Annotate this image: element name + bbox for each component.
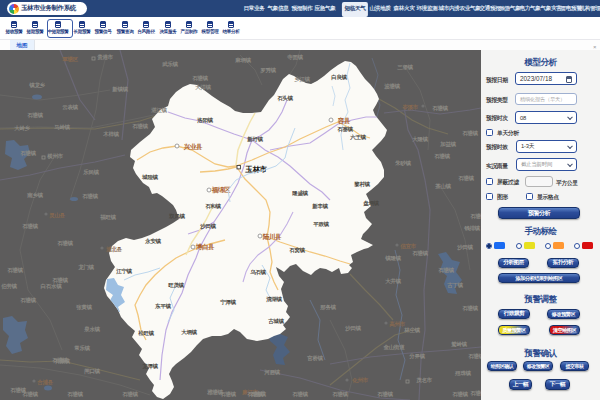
svg-text:石塘镇: 石塘镇 [246,391,263,398]
svg-text:信宜市: 信宜市 [399,243,416,250]
svg-text:东平镇: 东平镇 [154,303,171,310]
svg-text:张黄镇: 张黄镇 [76,304,92,311]
svg-text:石塘镇: 石塘镇 [331,391,348,398]
svg-text:分界镇: 分界镇 [408,353,425,360]
svg-text:新丰镇: 新丰镇 [311,203,328,210]
svg-text:清湖镇: 清湖镇 [265,296,282,303]
svg-text:白石水镇: 白石水镇 [41,283,63,290]
svg-text:乐民镇: 乐民镇 [82,169,99,176]
svg-text:大洋镇: 大洋镇 [195,84,211,91]
svg-text:金山街道: 金山街道 [383,344,406,351]
svg-text:河唇镇: 河唇镇 [263,369,280,376]
svg-text:乌石镇: 乌石镇 [249,269,266,276]
svg-text:盘垌镇: 盘垌镇 [363,200,379,207]
svg-text:石塘镇: 石塘镇 [131,123,148,130]
svg-text:化州市: 化州市 [351,377,368,384]
svg-text:黎村镇: 黎村镇 [353,181,370,188]
svg-text:钱排镇: 钱排镇 [463,225,480,232]
svg-text:罗秀镇: 罗秀镇 [259,67,276,74]
svg-text:石塘镇: 石塘镇 [19,297,36,304]
svg-text:石塘镇: 石塘镇 [51,357,68,364]
svg-text:云表镇: 云表镇 [62,104,78,111]
svg-text:浦北县: 浦北县 [105,246,122,253]
svg-text:那务镇: 那务镇 [319,304,336,311]
svg-text:加益镇: 加益镇 [439,141,456,148]
svg-text:旺茂镇: 旺茂镇 [168,282,184,289]
svg-text:双凤镇: 双凤镇 [168,213,185,220]
svg-text:石塘镇: 石塘镇 [461,305,478,312]
svg-text:寺面镇: 寺面镇 [286,54,303,61]
svg-text:石塘镇: 石塘镇 [19,150,36,157]
svg-text:常乐镇: 常乐镇 [74,345,90,352]
svg-text:石塘镇: 石塘镇 [51,277,68,284]
svg-text:石塘镇: 石塘镇 [461,130,478,137]
svg-text:兴业县: 兴业县 [183,143,203,151]
svg-text:石塘镇: 石塘镇 [6,267,23,274]
svg-text:石塘镇: 石塘镇 [469,390,481,397]
svg-text:合浦县: 合浦县 [36,379,53,386]
svg-text:石塘镇: 石塘镇 [411,250,428,257]
svg-text:石塘镇: 石塘镇 [81,193,98,200]
svg-text:陆川县: 陆川县 [263,233,282,241]
svg-text:湛江镇: 湛江镇 [150,107,167,114]
svg-text:古丁镇: 古丁镇 [446,282,463,289]
svg-text:岑溪市: 岑溪市 [401,104,418,111]
svg-text:石塘镇: 石塘镇 [26,112,43,119]
svg-text:大隆镇: 大隆镇 [412,136,428,143]
svg-text:镇龙乡: 镇龙乡 [28,82,45,89]
svg-text:永安镇: 永安镇 [144,238,161,245]
svg-text:龙门镇: 龙门镇 [77,264,94,271]
svg-text:石塘镇: 石塘镇 [191,75,208,82]
svg-text:石塘镇: 石塘镇 [291,391,308,398]
svg-text:石头镇: 石头镇 [276,95,293,102]
svg-text:石窝镇: 石窝镇 [288,247,305,254]
svg-text:沙田镇: 沙田镇 [456,244,473,251]
svg-text:闸口镇: 闸口镇 [84,368,100,375]
svg-text:三堡镇: 三堡镇 [397,64,413,71]
svg-text:龙潭镇: 龙潭镇 [141,363,158,370]
svg-text:白良镇: 白良镇 [331,74,347,81]
svg-text:古城镇: 古城镇 [267,318,284,325]
svg-text:新镇镇: 新镇镇 [111,86,128,93]
svg-text:石塘镇: 石塘镇 [469,213,481,220]
svg-text:博白县: 博白县 [195,243,215,251]
svg-text:石塘镇: 石塘镇 [121,391,138,398]
svg-text:石塘镇: 石塘镇 [21,391,38,398]
svg-text:沙田镇: 沙田镇 [344,325,361,332]
svg-text:平政镇: 平政镇 [312,221,329,228]
svg-text:容县: 容县 [337,117,351,125]
svg-text:石塘镇: 石塘镇 [431,105,448,112]
svg-text:林尘镇: 林尘镇 [403,327,420,334]
svg-text:石塘镇: 石塘镇 [467,353,481,360]
svg-text:官桥镇: 官桥镇 [307,355,323,362]
svg-text:石塘镇: 石塘镇 [376,391,393,398]
svg-text:殂珠镇: 殂珠镇 [454,370,471,377]
svg-text:乡江镇: 乡江镇 [294,76,310,83]
svg-text:石塘镇: 石塘镇 [437,267,454,274]
svg-text:朱砂镇: 朱砂镇 [394,160,411,167]
svg-text:灵山县: 灵山县 [49,212,65,219]
svg-text:茶山镇: 茶山镇 [434,183,451,190]
svg-text:泉水镇: 泉水镇 [83,326,100,333]
svg-text:伯劳镇: 伯劳镇 [0,283,17,290]
svg-text:石塘镇: 石塘镇 [451,391,468,398]
svg-text:石塘镇: 石塘镇 [433,153,450,160]
svg-text:南乡镇: 南乡镇 [26,192,43,199]
svg-text:石塘镇: 石塘镇 [457,175,474,182]
svg-text:大垌镇: 大垌镇 [181,329,197,336]
svg-text:横州市: 横州市 [46,153,63,159]
svg-text:茂名市: 茂名市 [416,377,432,384]
svg-text:沙田镇: 沙田镇 [199,223,216,230]
svg-text:石塘镇: 石塘镇 [219,391,236,398]
svg-text:武乐镇: 武乐镇 [161,61,178,68]
svg-text:六王镇: 六王镇 [349,134,366,141]
svg-text:波塘镇: 波塘镇 [383,83,400,90]
svg-text:江宁镇: 江宁镇 [115,268,132,275]
svg-text:鹫岭镇: 鹫岭镇 [450,341,467,348]
svg-text:石塘镇: 石塘镇 [66,391,83,398]
svg-text:大岭乡: 大岭乡 [14,125,30,131]
svg-text:镇隆镇: 镇隆镇 [384,255,401,262]
svg-text:隆盛镇: 隆盛镇 [292,190,308,197]
svg-text:大井镇: 大井镇 [385,278,401,285]
svg-text:马岭镇: 马岭镇 [54,124,70,131]
